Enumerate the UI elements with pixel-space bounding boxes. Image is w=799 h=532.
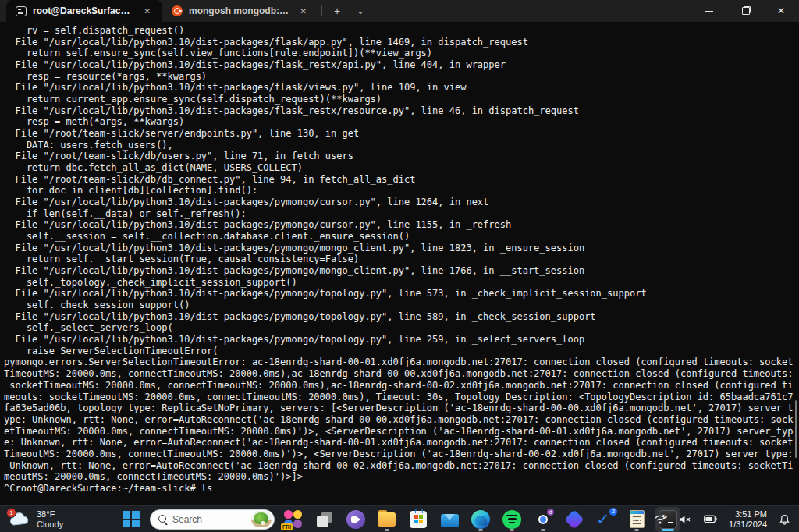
- terminal-line: return dbc.fetch_all_as_dict(NAME, USERS…: [4, 162, 799, 174]
- volume-muted-icon: [679, 515, 691, 524]
- search-icon: [158, 515, 167, 523]
- terminal-line: etTimeoutMS: 20000.0ms, connectTimeoutMS…: [4, 426, 799, 438]
- start-button[interactable]: [119, 507, 144, 532]
- colorful-app-button[interactable]: FRI: [281, 507, 306, 532]
- network-button[interactable]: [650, 511, 670, 527]
- battery-icon: [704, 515, 717, 523]
- tab-root-dareck-surface[interactable]: root@DareckSurface: ~/team ✕: [6, 0, 162, 22]
- terminal-line: File "/usr/local/lib/python3.10/dist-pac…: [4, 105, 799, 117]
- terminal-line: File "/root/team-slick/server/endpoints.…: [4, 128, 799, 140]
- video-chat-icon: [346, 510, 365, 529]
- microsoft-store-icon: [410, 511, 427, 528]
- tab-title: mongosh mongodb://127.0.0.1: [189, 5, 290, 16]
- minimize-icon: [705, 11, 713, 12]
- search-placeholder: Search: [172, 514, 246, 525]
- taskbar-center: Search FRI: [119, 506, 680, 532]
- running-indicator: [385, 529, 389, 531]
- todo-icon: ✓ 2: [596, 510, 615, 529]
- terminal-line: File "/root/team-slick/db/db_connect.py"…: [4, 174, 799, 186]
- terminal-line: raise ServerSelectionTimeoutError(: [4, 346, 799, 357]
- file-explorer-icon: [378, 512, 396, 528]
- file-explorer-button[interactable]: [375, 507, 400, 532]
- terminal-line: TimeoutMS: 20000.0ms, connectTimeoutMS: …: [4, 449, 799, 460]
- terminal-line: e: Unknown, rtt: None, error=AutoReconne…: [4, 437, 799, 449]
- terminal-line: File "/usr/local/lib/python3.10/dist-pac…: [4, 288, 799, 300]
- task-view-button[interactable]: [312, 507, 337, 532]
- notification-center-button[interactable]: [775, 511, 794, 528]
- restore-button[interactable]: [727, 0, 763, 22]
- terminal-line: rv = self.dispatch_request(): [4, 25, 799, 37]
- cmd-tab-icon: [16, 6, 27, 16]
- terminal-line: self._select_servers_loop(: [4, 322, 799, 334]
- running-indicator: [478, 529, 483, 531]
- system-tray: 3:51 PM 1/31/2024: [628, 506, 794, 532]
- edge-button[interactable]: [468, 507, 493, 532]
- terminal-line: if len(self.__data) or self._refresh():: [4, 208, 799, 220]
- tab-dropdown-button[interactable]: ⌄: [349, 0, 372, 22]
- tray-time: 3:51 PM: [729, 509, 767, 520]
- task-view-icon: [315, 510, 334, 529]
- terminal-line: self._topology._check_implicit_session_s…: [4, 277, 799, 289]
- chrome-profile-badge: d: [546, 508, 555, 516]
- terminal-line: meouts: socketTimeoutMS: 20000.0ms, conn…: [4, 392, 799, 403]
- ubuntu-icon: [172, 5, 183, 16]
- video-chat-button[interactable]: [343, 507, 368, 532]
- weather-temperature: 38°F: [37, 509, 63, 520]
- wifi-icon: [654, 514, 666, 524]
- terminal-line: File "/usr/local/lib/python3.10/dist-pac…: [4, 82, 799, 94]
- search-highlight-image: [251, 511, 272, 527]
- terminal-line: self._check_session_support(): [4, 300, 799, 311]
- running-indicator: [510, 529, 514, 531]
- terminal-scrollbar[interactable]: [795, 400, 797, 458]
- terminal-line: File "/root/team-slick/db/users.py", lin…: [4, 151, 799, 162]
- chrome-button[interactable]: d: [531, 507, 556, 532]
- weather-widget[interactable]: 1 38°F Cloudy: [8, 506, 63, 532]
- tray-overflow-button[interactable]: [628, 512, 645, 527]
- terminal-line: File "/usr/local/lib/python3.10/dist-pac…: [4, 334, 799, 346]
- volume-button[interactable]: [675, 512, 695, 527]
- terminal-line: File "/usr/local/lib/python3.10/dist-pac…: [4, 197, 799, 208]
- terminal-line: File "/usr/local/lib/python3.10/dist-pac…: [4, 243, 799, 254]
- close-tab-icon[interactable]: ✕: [297, 5, 311, 17]
- edge-icon: [471, 510, 490, 529]
- weather-condition: Cloudy: [37, 520, 63, 530]
- terminal-line: ype: Unknown, rtt: None, error=AutoRecon…: [4, 414, 799, 426]
- terminal-line: ^Croot@DareckSurface:~/team-slick# ls: [4, 483, 799, 495]
- close-tab-icon[interactable]: ✕: [140, 5, 154, 17]
- terminal-line: File "/usr/local/lib/python3.10/dist-pac…: [4, 59, 799, 71]
- terminal-line: self.__session = self.__collection.datab…: [4, 231, 799, 243]
- search-input[interactable]: Search: [150, 509, 275, 530]
- terminal-line: resp = resource(*args, **kwargs): [4, 71, 799, 83]
- notification-bell-icon: [779, 514, 790, 525]
- terminal-viewport[interactable]: rv = self.dispatch_request() File "/usr/…: [0, 22, 799, 505]
- microsoft-365-button[interactable]: [562, 507, 587, 532]
- tab-mongosh[interactable]: mongosh mongodb://127.0.0.1 ✕: [162, 0, 318, 22]
- terminal-line: return self.ensure_sync(self.view_functi…: [4, 48, 799, 59]
- tray-date: 1/31/2024: [729, 520, 767, 530]
- close-window-button[interactable]: ✕: [763, 0, 799, 22]
- spotify-button[interactable]: [499, 507, 524, 532]
- chrome-icon: d: [534, 510, 552, 529]
- terminal-line: File "/usr/local/lib/python3.10/dist-pac…: [4, 37, 799, 48]
- terminal-line: socketTimeoutMS: 20000.0ms, connectTimeo…: [4, 380, 799, 392]
- restore-icon: [742, 8, 749, 15]
- terminal-line: pymongo.errors.ServerSelectionTimeoutErr…: [4, 356, 799, 368]
- windows-terminal-window: root@DareckSurface: ~/team ✕ mongosh mon…: [0, 0, 799, 532]
- terminal-line: resp = meth(*args, **kwargs): [4, 116, 799, 128]
- notification-count-badge: 1: [6, 508, 16, 518]
- microsoft-365-icon: [564, 509, 584, 529]
- tab-title: root@DareckSurface: ~/team: [33, 5, 134, 16]
- running-indicator: [541, 529, 545, 531]
- todo-button[interactable]: ✓ 2: [593, 507, 618, 532]
- minimize-button[interactable]: [691, 0, 727, 22]
- terminal-line: for doc in client[db][collection].find()…: [4, 185, 799, 197]
- mail-button[interactable]: [437, 507, 462, 532]
- microsoft-store-button[interactable]: [406, 507, 431, 532]
- chevron-up-icon: [632, 516, 641, 523]
- terminal-line: return self.__start_session(True, causal…: [4, 254, 799, 265]
- terminal-line: File "/usr/local/lib/python3.10/dist-pac…: [4, 219, 799, 231]
- clock[interactable]: 3:51 PM 1/31/2024: [726, 508, 770, 531]
- tab-bar: root@DareckSurface: ~/team ✕ mongosh mon…: [0, 0, 799, 22]
- new-tab-button[interactable]: +: [325, 0, 349, 22]
- battery-button[interactable]: [700, 512, 721, 527]
